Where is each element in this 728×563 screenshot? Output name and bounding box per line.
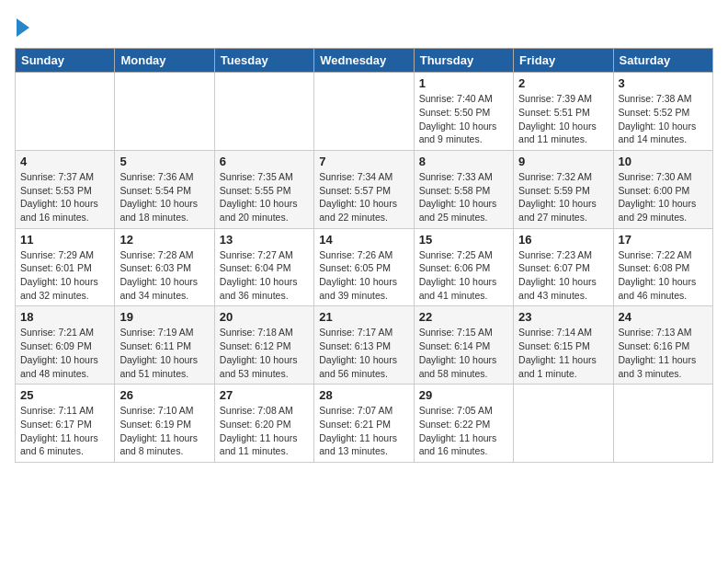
calendar-cell: 13Sunrise: 7:27 AM Sunset: 6:04 PM Dayli… bbox=[214, 228, 313, 306]
day-detail: Sunrise: 7:39 AM Sunset: 5:51 PM Dayligh… bbox=[518, 92, 608, 146]
day-detail: Sunrise: 7:37 AM Sunset: 5:53 PM Dayligh… bbox=[20, 170, 109, 224]
week-row-3: 11Sunrise: 7:29 AM Sunset: 6:01 PM Dayli… bbox=[16, 228, 713, 306]
calendar-cell bbox=[214, 73, 313, 151]
day-detail: Sunrise: 7:13 AM Sunset: 6:16 PM Dayligh… bbox=[619, 326, 708, 380]
day-number: 7 bbox=[319, 155, 408, 168]
day-detail: Sunrise: 7:38 AM Sunset: 5:52 PM Dayligh… bbox=[619, 92, 708, 146]
header-tuesday: Tuesday bbox=[214, 49, 313, 73]
day-number: 6 bbox=[220, 155, 309, 168]
calendar-cell: 19Sunrise: 7:19 AM Sunset: 6:11 PM Dayli… bbox=[115, 306, 214, 385]
day-detail: Sunrise: 7:15 AM Sunset: 6:14 PM Dayligh… bbox=[419, 326, 508, 380]
day-number: 20 bbox=[220, 310, 309, 324]
week-row-5: 25Sunrise: 7:11 AM Sunset: 6:17 PM Dayli… bbox=[16, 385, 713, 463]
day-number: 21 bbox=[319, 310, 408, 324]
day-number: 26 bbox=[119, 388, 209, 402]
week-row-1: 1Sunrise: 7:40 AM Sunset: 5:50 PM Daylig… bbox=[16, 73, 713, 151]
header-thursday: Thursday bbox=[414, 49, 513, 73]
calendar-cell: 14Sunrise: 7:26 AM Sunset: 6:05 PM Dayli… bbox=[314, 228, 414, 306]
calendar-cell: 23Sunrise: 7:14 AM Sunset: 6:15 PM Dayli… bbox=[514, 306, 613, 385]
day-detail: Sunrise: 7:22 AM Sunset: 6:08 PM Dayligh… bbox=[619, 248, 708, 303]
day-number: 4 bbox=[20, 155, 109, 168]
calendar-cell: 28Sunrise: 7:07 AM Sunset: 6:21 PM Dayli… bbox=[314, 385, 414, 463]
day-number: 27 bbox=[220, 388, 309, 402]
day-number: 18 bbox=[20, 310, 109, 324]
calendar-cell: 1Sunrise: 7:40 AM Sunset: 5:50 PM Daylig… bbox=[414, 73, 513, 151]
day-number: 1 bbox=[419, 76, 508, 90]
day-number: 29 bbox=[419, 388, 508, 402]
day-detail: Sunrise: 7:19 AM Sunset: 6:11 PM Dayligh… bbox=[119, 326, 209, 380]
day-detail: Sunrise: 7:36 AM Sunset: 5:54 PM Dayligh… bbox=[119, 170, 209, 224]
day-detail: Sunrise: 7:11 AM Sunset: 6:17 PM Dayligh… bbox=[20, 404, 109, 458]
day-detail: Sunrise: 7:28 AM Sunset: 6:03 PM Dayligh… bbox=[119, 248, 209, 303]
day-number: 5 bbox=[119, 155, 209, 168]
day-number: 8 bbox=[419, 155, 508, 168]
day-number: 19 bbox=[119, 310, 209, 324]
day-number: 15 bbox=[419, 233, 508, 247]
day-detail: Sunrise: 7:10 AM Sunset: 6:19 PM Dayligh… bbox=[119, 404, 209, 458]
day-detail: Sunrise: 7:08 AM Sunset: 6:20 PM Dayligh… bbox=[220, 404, 309, 458]
calendar-cell: 10Sunrise: 7:30 AM Sunset: 6:00 PM Dayli… bbox=[613, 150, 712, 228]
week-row-2: 4Sunrise: 7:37 AM Sunset: 5:53 PM Daylig… bbox=[16, 150, 713, 228]
calendar-cell: 15Sunrise: 7:25 AM Sunset: 6:06 PM Dayli… bbox=[414, 228, 513, 306]
calendar-cell: 26Sunrise: 7:10 AM Sunset: 6:19 PM Dayli… bbox=[115, 385, 214, 463]
calendar-cell: 16Sunrise: 7:23 AM Sunset: 6:07 PM Dayli… bbox=[514, 228, 613, 306]
header-sunday: Sunday bbox=[16, 49, 115, 73]
header bbox=[15, 15, 713, 40]
day-number: 11 bbox=[20, 233, 109, 247]
header-wednesday: Wednesday bbox=[314, 49, 414, 73]
header-saturday: Saturday bbox=[613, 49, 712, 73]
calendar-cell bbox=[16, 73, 115, 151]
day-detail: Sunrise: 7:27 AM Sunset: 6:04 PM Dayligh… bbox=[220, 248, 309, 303]
day-number: 9 bbox=[518, 155, 608, 168]
day-number: 24 bbox=[619, 310, 708, 324]
calendar-cell: 9Sunrise: 7:32 AM Sunset: 5:59 PM Daylig… bbox=[514, 150, 613, 228]
day-detail: Sunrise: 7:05 AM Sunset: 6:22 PM Dayligh… bbox=[419, 404, 508, 458]
day-detail: Sunrise: 7:33 AM Sunset: 5:58 PM Dayligh… bbox=[419, 170, 508, 224]
calendar-cell: 29Sunrise: 7:05 AM Sunset: 6:22 PM Dayli… bbox=[414, 385, 513, 463]
calendar-cell: 22Sunrise: 7:15 AM Sunset: 6:14 PM Dayli… bbox=[414, 306, 513, 385]
day-detail: Sunrise: 7:18 AM Sunset: 6:12 PM Dayligh… bbox=[220, 326, 309, 380]
calendar-header-row: SundayMondayTuesdayWednesdayThursdayFrid… bbox=[16, 49, 713, 73]
calendar-cell: 12Sunrise: 7:28 AM Sunset: 6:03 PM Dayli… bbox=[115, 228, 214, 306]
day-number: 2 bbox=[518, 76, 608, 90]
day-detail: Sunrise: 7:29 AM Sunset: 6:01 PM Dayligh… bbox=[20, 248, 109, 303]
logo bbox=[15, 18, 29, 40]
calendar-cell bbox=[314, 73, 414, 151]
calendar-cell bbox=[613, 385, 712, 463]
day-number: 13 bbox=[220, 233, 309, 247]
day-number: 16 bbox=[518, 233, 608, 247]
day-number: 22 bbox=[419, 310, 508, 324]
calendar-cell: 18Sunrise: 7:21 AM Sunset: 6:09 PM Dayli… bbox=[16, 306, 115, 385]
day-detail: Sunrise: 7:17 AM Sunset: 6:13 PM Dayligh… bbox=[319, 326, 408, 380]
calendar-cell: 5Sunrise: 7:36 AM Sunset: 5:54 PM Daylig… bbox=[115, 150, 214, 228]
calendar-table: SundayMondayTuesdayWednesdayThursdayFrid… bbox=[15, 48, 713, 463]
calendar-cell: 21Sunrise: 7:17 AM Sunset: 6:13 PM Dayli… bbox=[314, 306, 414, 385]
calendar-cell: 17Sunrise: 7:22 AM Sunset: 6:08 PM Dayli… bbox=[613, 228, 712, 306]
day-detail: Sunrise: 7:40 AM Sunset: 5:50 PM Dayligh… bbox=[419, 92, 508, 146]
calendar-cell: 4Sunrise: 7:37 AM Sunset: 5:53 PM Daylig… bbox=[16, 150, 115, 228]
calendar-cell: 25Sunrise: 7:11 AM Sunset: 6:17 PM Dayli… bbox=[16, 385, 115, 463]
day-detail: Sunrise: 7:30 AM Sunset: 6:00 PM Dayligh… bbox=[619, 170, 708, 224]
calendar-cell: 2Sunrise: 7:39 AM Sunset: 5:51 PM Daylig… bbox=[514, 73, 613, 151]
calendar-cell: 3Sunrise: 7:38 AM Sunset: 5:52 PM Daylig… bbox=[613, 73, 712, 151]
header-monday: Monday bbox=[115, 49, 214, 73]
day-detail: Sunrise: 7:21 AM Sunset: 6:09 PM Dayligh… bbox=[20, 326, 109, 380]
calendar-cell: 7Sunrise: 7:34 AM Sunset: 5:57 PM Daylig… bbox=[314, 150, 414, 228]
day-detail: Sunrise: 7:07 AM Sunset: 6:21 PM Dayligh… bbox=[319, 404, 408, 458]
day-number: 23 bbox=[518, 310, 608, 324]
day-number: 17 bbox=[619, 233, 708, 247]
day-detail: Sunrise: 7:32 AM Sunset: 5:59 PM Dayligh… bbox=[518, 170, 608, 224]
calendar-cell bbox=[514, 385, 613, 463]
calendar-cell: 24Sunrise: 7:13 AM Sunset: 6:16 PM Dayli… bbox=[613, 306, 712, 385]
day-detail: Sunrise: 7:35 AM Sunset: 5:55 PM Dayligh… bbox=[220, 170, 309, 224]
day-detail: Sunrise: 7:26 AM Sunset: 6:05 PM Dayligh… bbox=[319, 248, 408, 303]
week-row-4: 18Sunrise: 7:21 AM Sunset: 6:09 PM Dayli… bbox=[16, 306, 713, 385]
day-detail: Sunrise: 7:25 AM Sunset: 6:06 PM Dayligh… bbox=[419, 248, 508, 303]
day-number: 14 bbox=[319, 233, 408, 247]
calendar-cell: 20Sunrise: 7:18 AM Sunset: 6:12 PM Dayli… bbox=[214, 306, 313, 385]
header-friday: Friday bbox=[514, 49, 613, 73]
day-number: 12 bbox=[119, 233, 209, 247]
day-detail: Sunrise: 7:34 AM Sunset: 5:57 PM Dayligh… bbox=[319, 170, 408, 224]
calendar-cell: 11Sunrise: 7:29 AM Sunset: 6:01 PM Dayli… bbox=[16, 228, 115, 306]
calendar-cell: 27Sunrise: 7:08 AM Sunset: 6:20 PM Dayli… bbox=[214, 385, 313, 463]
